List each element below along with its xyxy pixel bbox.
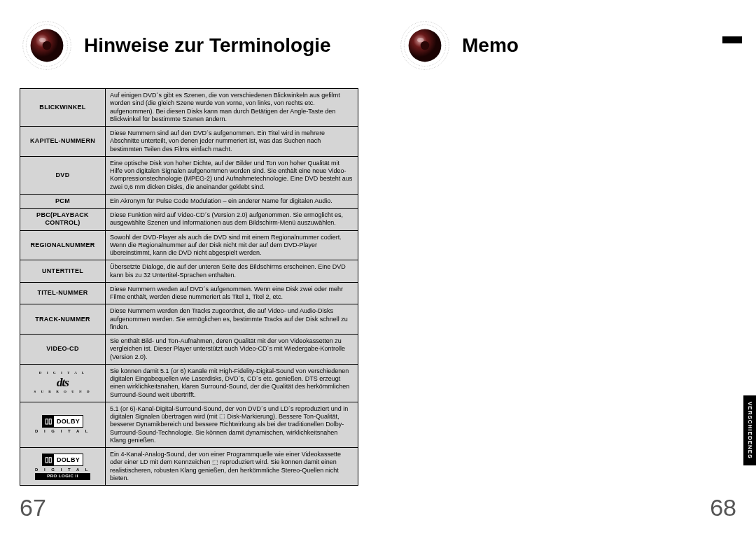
dolby-d-icon: ▯▯ xyxy=(43,454,54,465)
term-desc: 5.1 (or 6)-Kanal-Digital-Surround-Sound,… xyxy=(106,402,358,447)
heading-row: Memo xyxy=(398,18,736,73)
section-tab: VERSCHIEDENES xyxy=(743,395,756,465)
page-number: 68 xyxy=(710,494,736,521)
term-desc: Sie enthält Bild- und Ton-Aufnahmen, der… xyxy=(106,335,358,365)
page-67: Hinweise zur Terminologie BLICKWINKELAuf… xyxy=(0,0,378,534)
svg-point-9 xyxy=(417,38,424,42)
table-row: ▯▯DOLBY D I G I T A L PRO LOGIC II Ein 4… xyxy=(20,448,358,486)
dts-logo: D I G I T A L dts S U R R O U N D xyxy=(34,371,91,395)
term-desc: Diese Nummern werden auf DVD´s aufgenomm… xyxy=(106,282,358,304)
term-desc: Diese Funktion wird auf Video-CD´s (Vers… xyxy=(106,209,358,231)
dolby-digital-logo-cell: ▯▯DOLBY D I G I T A L xyxy=(20,402,106,447)
table-row: BLICKWINKELAuf einigen DVD´s gibt es Sze… xyxy=(20,89,358,127)
dolby-text: DOLBY xyxy=(54,454,83,465)
digital-text: D I G I T A L xyxy=(35,429,90,435)
page-number: 67 xyxy=(20,494,46,521)
digital-text: D I G I T A L xyxy=(35,468,90,473)
page-title: Hinweise zur Terminologie xyxy=(84,34,331,57)
dolby-prologic-logo: ▯▯DOLBY D I G I T A L PRO LOGIC II xyxy=(35,454,90,480)
heading-row: Hinweise zur Terminologie xyxy=(20,18,358,73)
dts-logo-cell: D I G I T A L dts S U R R O U N D xyxy=(20,364,106,402)
term-label: REGIONALNUMMER xyxy=(20,230,106,260)
term-label: VIDEO-CD xyxy=(20,335,106,365)
table-row: PCMEin Akronym für Pulse Code Modulation… xyxy=(20,194,358,208)
table-row: DVDEine optische Disk von hoher Dichte, … xyxy=(20,156,358,194)
dts-surround-text: S U R R O U N D xyxy=(34,390,91,394)
table-row: TRACK-NUMMERDiese Nummern werden den Tra… xyxy=(20,304,358,335)
table-row: UNTERTITELÜbersetzte Dialoge, die auf de… xyxy=(20,260,358,283)
table-row: KAPITEL-NUMMERNDiese Nummern sind auf de… xyxy=(20,127,358,157)
svg-point-8 xyxy=(421,41,429,50)
term-desc: Eine optische Disk von hoher Dichte, auf… xyxy=(106,156,358,194)
term-desc: Ein 4-Kanal-Analog-Sound, der von einer … xyxy=(106,448,358,486)
speaker-icon xyxy=(398,18,452,73)
svg-point-4 xyxy=(39,38,46,42)
term-label: PBC(PLAYBACK CONTROL) xyxy=(20,209,106,231)
term-label: TITEL-NUMMER xyxy=(20,282,106,304)
term-label: PCM xyxy=(20,194,106,208)
term-desc: Diese Nummern werden den Tracks zugeordn… xyxy=(106,304,358,335)
page-title: Memo xyxy=(462,34,519,57)
terminology-table: BLICKWINKELAuf einigen DVD´s gibt es Sze… xyxy=(20,88,358,486)
prologic-text: PRO LOGIC II xyxy=(35,473,90,480)
term-label: BLICKWINKEL xyxy=(20,89,106,127)
term-desc: Ein Akronym für Pulse Code Modulation – … xyxy=(106,194,358,208)
table-row: VIDEO-CDSie enthält Bild- und Ton-Aufnah… xyxy=(20,335,358,365)
term-label: DVD xyxy=(20,156,106,194)
page-68: Memo VERSCHIEDENES 68 xyxy=(378,0,756,534)
dolby-text: DOLBY xyxy=(54,416,83,427)
table-row: PBC(PLAYBACK CONTROL)Diese Funktion wird… xyxy=(20,209,358,231)
dolby-digital-logo: ▯▯DOLBY D I G I T A L xyxy=(35,415,90,435)
dolby-prologic-logo-cell: ▯▯DOLBY D I G I T A L PRO LOGIC II xyxy=(20,448,106,486)
term-desc: Übersetzte Dialoge, die auf der unteren … xyxy=(106,260,358,283)
table-row: REGIONALNUMMERSowohl der DVD-Player als … xyxy=(20,230,358,260)
term-label: KAPITEL-NUMMERN xyxy=(20,127,106,157)
dts-text: dts xyxy=(34,375,91,390)
dolby-d-icon: ▯▯ xyxy=(43,416,54,427)
term-desc: Diese Nummern sind auf den DVD´s aufgeno… xyxy=(106,127,358,157)
term-label: TRACK-NUMMER xyxy=(20,304,106,335)
term-desc: Sowohl der DVD-Player als auch die DVD s… xyxy=(106,230,358,260)
term-desc: Sie können damit 5.1 (or 6) Kanäle mit H… xyxy=(106,364,358,402)
svg-point-3 xyxy=(43,41,51,50)
term-desc: Auf einigen DVD´s gibt es Szenen, die vo… xyxy=(106,89,358,127)
table-row: ▯▯DOLBY D I G I T A L 5.1 (or 6)-Kanal-D… xyxy=(20,402,358,447)
table-row: D I G I T A L dts S U R R O U N D Sie kö… xyxy=(20,364,358,402)
term-label: UNTERTITEL xyxy=(20,260,106,283)
top-black-bar xyxy=(722,36,742,43)
speaker-icon xyxy=(20,18,74,73)
table-row: TITEL-NUMMERDiese Nummern werden auf DVD… xyxy=(20,282,358,304)
